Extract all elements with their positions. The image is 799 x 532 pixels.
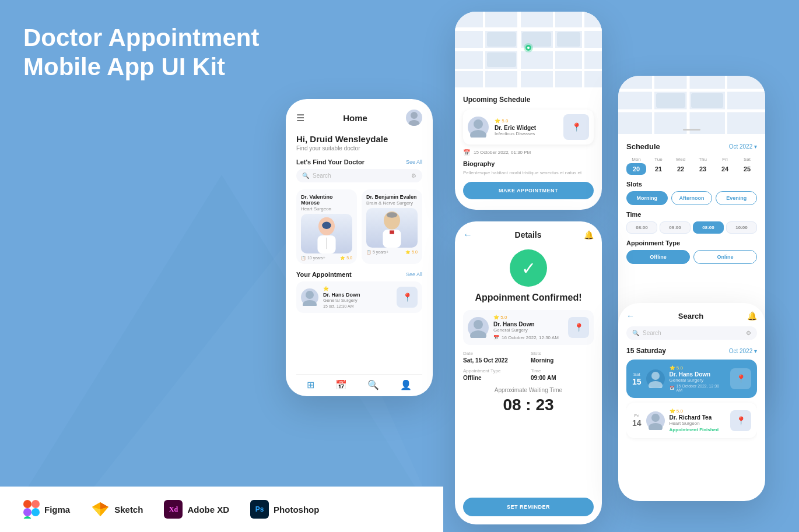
search-bar[interactable]: 🔍 Search ⚙	[296, 169, 422, 182]
appt-type-label: Appoinment Type	[626, 239, 757, 246]
slot-morning[interactable]: Morning	[626, 191, 668, 205]
info-grid: Date Sat, 15 Oct 2022 Slots Morning Appo…	[463, 351, 594, 381]
nav-search-icon[interactable]: 🔍	[367, 379, 379, 390]
schedule-item-1[interactable]: Fri 14 ⭐ 5.0 Dr. Richard Tea Heart Surge…	[626, 403, 757, 438]
day-num-0[interactable]: 20	[626, 163, 646, 175]
day-label-4: Fri	[715, 157, 735, 162]
sched-name-0: Dr. Hans Down	[670, 371, 726, 378]
sched-avatar-1	[646, 411, 665, 430]
map-svg	[455, 12, 602, 87]
svg-rect-20	[390, 230, 394, 234]
back-button[interactable]: ←	[463, 230, 472, 240]
search-bell-icon[interactable]: 🔔	[747, 311, 757, 320]
check-circle: ✓	[510, 249, 547, 287]
svg-point-50	[470, 330, 486, 338]
time-chip-3[interactable]: 10:00	[726, 221, 757, 234]
sched-info-1: ⭐ 5.0 Dr. Richard Tea Heart Surgeon Appo…	[670, 408, 726, 432]
search-placeholder: Search	[313, 172, 408, 179]
see-all-appointments[interactable]: See All	[406, 272, 422, 277]
sched-date-box-1: Fri 14	[632, 413, 642, 428]
day-label-3: Thu	[693, 157, 713, 162]
time-row: 08:00 09:00 08:00 10:00	[626, 221, 757, 234]
type-online[interactable]: Online	[693, 250, 757, 264]
schedule-item-0[interactable]: Sat 15 ⭐ 5.0 Dr. Hans Down General Surge…	[626, 360, 757, 398]
map-pin-icon: 📍	[402, 293, 412, 302]
appt-date-text: 15 October 2022, 01:30 PM	[474, 150, 531, 155]
search-bar2[interactable]: 🔍 Search ⚙	[626, 326, 757, 340]
svg-rect-35	[557, 32, 580, 47]
day-num-5[interactable]: 25	[737, 163, 757, 175]
svg-point-49	[474, 320, 483, 329]
doc-appt-card[interactable]: ⭐ 5.0 Dr. Eric Widget Infectious Disease…	[463, 110, 594, 145]
doctor1-exp: 📋 10 years+	[301, 256, 325, 260]
figma-tool: Figma	[23, 500, 70, 519]
doctor2-image	[369, 208, 415, 248]
find-doctor-title: Let's Find Your Doctor	[296, 158, 365, 165]
search2-filter-icon[interactable]: ⚙	[746, 330, 751, 336]
filter-icon[interactable]: ⚙	[411, 172, 416, 179]
sched-spec-1: Heart Surgeon	[670, 421, 726, 426]
search-back-btn[interactable]: ←	[626, 311, 635, 320]
ps-tool: Ps Photoshop	[250, 500, 319, 519]
month-label[interactable]: Oct 2022 ▾	[729, 348, 757, 354]
detail-doc-card[interactable]: ⭐ 5.0 Dr. Hans Down General Surgery 📅 16…	[463, 310, 594, 345]
search-title: Search	[678, 312, 703, 320]
month-select[interactable]: Oct 2022 ▾	[729, 143, 757, 150]
day-label-1: Tue	[649, 157, 668, 162]
appt-rating-icon: ⭐	[323, 286, 329, 291]
doctor-card-1[interactable]: Dr. Valentino Morose Heart Surgeon 📋 10 …	[296, 189, 357, 264]
detail-date-row: 📅 16 October 2022, 12:30 AM	[493, 335, 563, 340]
slot-afternoon[interactable]: Afternoon	[671, 191, 713, 205]
detail-appt-date: 16 October 2022, 12:30 AM	[502, 335, 559, 340]
xd-label: Adobe XD	[187, 505, 229, 515]
detail-doc-name: Dr. Hans Down	[493, 321, 563, 327]
svg-point-38	[527, 47, 530, 49]
sketch-icon	[91, 501, 110, 517]
sched-map-0: 📍	[730, 368, 751, 389]
day-num-1[interactable]: 21	[649, 163, 668, 175]
greeting-text: Hi, Druid Wensleydale	[296, 134, 422, 144]
menu-icon[interactable]: ☰	[296, 112, 304, 124]
doc-appt-map-btn[interactable]: 📍	[563, 114, 589, 140]
time-chip-2[interactable]: 08:00	[693, 221, 724, 234]
detail-map-btn[interactable]: 📍	[568, 317, 589, 338]
doc-rating: ⭐ 5.0	[495, 118, 558, 124]
slots-label: Slots	[626, 181, 757, 188]
details-title: Details	[515, 230, 542, 239]
svg-rect-3	[31, 500, 40, 508]
doctor1-name: Dr. Valentino Morose	[301, 194, 352, 206]
set-reminder-btn[interactable]: SET REMINDER	[463, 498, 594, 516]
nav-home-icon[interactable]: ⊞	[307, 379, 314, 390]
doctor-card-2[interactable]: Dr. Benjamin Evalen Brain & Nerve Surger…	[362, 189, 422, 264]
sched-map-1: 📍	[730, 410, 751, 431]
sched-date-box-0: Sat 15	[632, 372, 642, 386]
day-num-3[interactable]: 23	[693, 163, 713, 175]
day-num-4[interactable]: 24	[715, 163, 735, 175]
see-all-doctors[interactable]: See All	[406, 159, 422, 165]
svg-point-39	[474, 119, 483, 129]
date-label: 15 Saturday	[626, 347, 666, 355]
ps-icon: Ps	[250, 500, 269, 519]
time-chip-0[interactable]: 08:00	[626, 221, 657, 234]
search2-icon: 🔍	[632, 330, 639, 336]
svg-point-22	[306, 291, 314, 299]
doctor2-rating: ⭐ 5.0	[405, 250, 418, 255]
bell-icon[interactable]: 🔔	[584, 230, 594, 239]
type-offline[interactable]: Offline	[626, 250, 690, 264]
sub-greeting-text: Find your suitable doctor	[296, 145, 422, 152]
booking-map-svg	[618, 76, 765, 134]
phone-search: ← Search 🔔 🔍 Search ⚙ 15 Saturday Oct 20…	[618, 303, 765, 501]
date-cell-value: Sat, 15 Oct 2022	[463, 357, 526, 364]
doctor2-exp: 📋 5 years+	[366, 250, 388, 255]
xd-icon: Xd	[164, 500, 183, 519]
appointment-card[interactable]: ⭐ Dr. Hans Down General Surgery 15 oct, …	[296, 281, 422, 313]
make-appointment-btn[interactable]: MAKE APPOINTMENT	[463, 182, 594, 199]
nav-profile-icon[interactable]: 👤	[400, 379, 412, 390]
time-chip-1[interactable]: 09:00	[660, 221, 691, 234]
appt-type-cell-value: Offline	[463, 375, 526, 381]
nav-calendar-icon[interactable]: 📅	[335, 379, 347, 390]
day-num-2[interactable]: 22	[671, 163, 691, 175]
calendar-icon: 📅	[463, 149, 470, 156]
slot-evening[interactable]: Evening	[716, 191, 757, 205]
slots-section: Slots Morning Afternoon Evening	[626, 181, 757, 205]
